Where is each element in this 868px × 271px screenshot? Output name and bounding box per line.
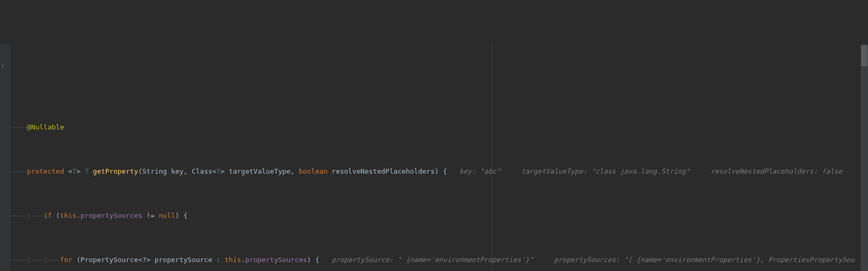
code-line[interactable]: ————protected <T> T getProperty(String k… [0,166,868,177]
method-name: getProperty [93,166,138,177]
vertical-scrollbar[interactable] [861,44,868,271]
code-line[interactable]: ————|———|———for (PropertySource<?> prope… [0,254,868,265]
gutter [0,44,10,271]
download-icon[interactable]: ⇓ [1,60,7,66]
annotation: @Nullable [27,122,64,133]
inlay-hint: propertySource: " {name='environmentProp… [332,254,534,265]
scrollbar-thumb[interactable] [861,45,867,66]
code-line[interactable]: ————|———if (this.propertySources != null… [0,210,868,221]
inlay-hint: targetValueType: "class java.lang.String… [521,166,690,177]
right-margin-line [492,44,492,271]
inlay-hint: propertySources: "[ {name='environmentPr… [554,254,854,265]
inlay-hint: key: "abc" [459,166,500,177]
inlay-hint: resolveNestedPlaceholders: false [711,166,842,177]
code-line[interactable]: ————@Nullable [0,122,868,133]
code-editor[interactable]: ⇓ ————@Nullable ————protected <T> T getP… [0,44,868,271]
